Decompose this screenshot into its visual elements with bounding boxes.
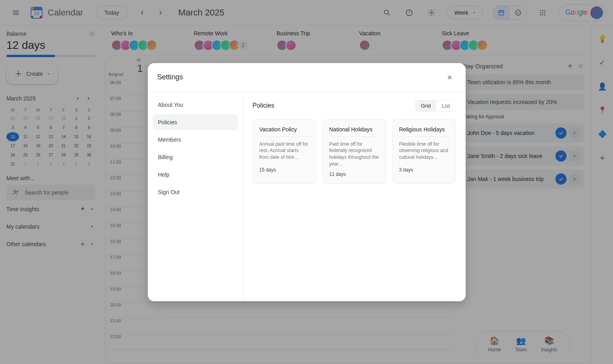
policy-title: Vacation Policy (259, 126, 309, 137)
policy-title: Religious Holidays (399, 126, 449, 137)
policy-days: 3 days (399, 167, 449, 173)
modal-nav: About YouPoliciesMembersBillingHelpSign … (148, 92, 243, 301)
modal-nav-item[interactable]: Sign Out (153, 184, 238, 200)
modal-content: Policies Grid List Vacation PolicyAnnual… (243, 92, 466, 301)
modal-nav-item[interactable]: Members (153, 132, 238, 148)
policy-title: National Holidays (329, 126, 379, 137)
policy-card[interactable]: Vacation PolicyAnnual paid time off for … (253, 119, 316, 184)
list-view-button[interactable]: List (436, 100, 455, 111)
modal-scrim[interactable]: Settings About YouPoliciesMembersBilling… (0, 0, 613, 364)
view-toggle: Grid List (415, 100, 456, 112)
policy-desc: Annual paid time off for rest. Accrual s… (259, 141, 309, 163)
modal-nav-item[interactable]: Billing (153, 149, 238, 165)
close-icon (446, 74, 453, 81)
content-title: Policies (253, 102, 275, 109)
policy-desc: Flexible time off for observing religiou… (399, 141, 449, 163)
policy-days: 11 days (329, 171, 379, 177)
policy-desc: Paid time off for federally recognized h… (329, 141, 379, 168)
policy-card[interactable]: Religious HolidaysFlexible time off for … (393, 119, 456, 184)
modal-nav-item[interactable]: Policies (153, 114, 238, 130)
modal-title: Settings (157, 73, 183, 81)
modal-nav-item[interactable]: About You (153, 97, 238, 113)
settings-modal: Settings About YouPoliciesMembersBilling… (148, 63, 466, 301)
policy-card[interactable]: National HolidaysPaid time off for feder… (323, 119, 386, 184)
grid-view-button[interactable]: Grid (416, 100, 437, 111)
policy-days: 15 days (259, 167, 309, 173)
modal-nav-item[interactable]: Help (153, 167, 238, 183)
modal-close-button[interactable] (443, 71, 456, 84)
